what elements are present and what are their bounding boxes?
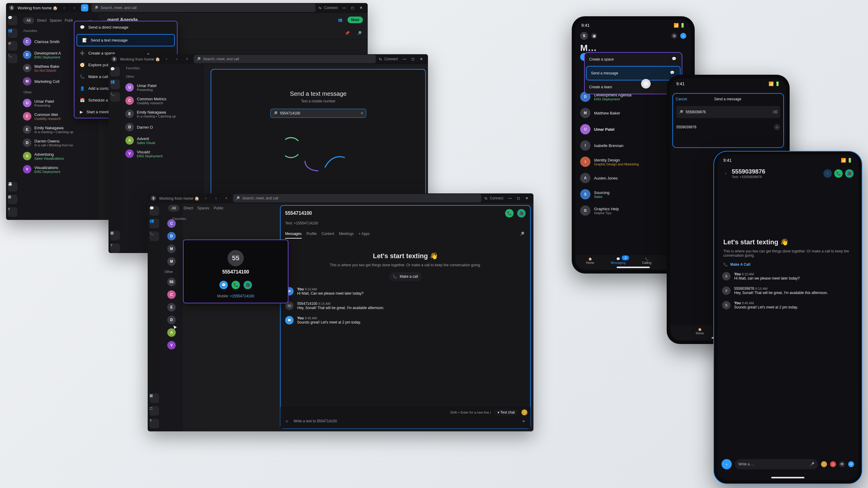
search-in-space-icon[interactable]: 🔎 [355, 30, 363, 37]
user-avatar[interactable]: S [151, 195, 156, 201]
avatar[interactable]: D [167, 316, 176, 324]
window-min-icon[interactable]: — [506, 195, 514, 201]
close-compose-icon[interactable]: ✕ [848, 461, 854, 467]
list-item[interactable]: VVisualizENG Deployment [122, 147, 203, 160]
rail-help-icon[interactable]: ? [8, 207, 18, 217]
compose-plus-icon[interactable]: + [81, 4, 88, 11]
nav-home[interactable]: 🏠Home [696, 328, 704, 335]
alert-icon[interactable]: ⚠ [830, 461, 836, 467]
tab-messages[interactable]: Messages [285, 232, 302, 236]
hover-sms-button[interactable]: 💬 [219, 281, 228, 289]
avatar[interactable]: V [167, 341, 176, 350]
hover-video-button[interactable]: 🎥 [244, 281, 252, 289]
emoji-picker-icon[interactable]: ☺ [283, 418, 290, 425]
rail-mentions-icon[interactable]: ＠ [8, 41, 18, 51]
rail-people-icon[interactable]: 👥 [150, 219, 159, 228]
window-max-icon[interactable]: ◻ [409, 56, 416, 62]
user-avatar[interactable]: S [9, 5, 14, 10]
tab-all[interactable]: All [168, 205, 179, 212]
window-close-icon[interactable]: ✕ [523, 195, 530, 201]
pin-icon[interactable]: 📌 [344, 30, 351, 37]
video-call-button[interactable]: 🎥 [845, 169, 854, 178]
connect-button[interactable]: ⇆ Connect [379, 57, 398, 61]
rail-other-icon[interactable]: ◻ [150, 406, 159, 416]
window-close-icon[interactable]: ✕ [418, 56, 425, 62]
mic-icon[interactable]: 🎤 [810, 462, 814, 466]
info-icon[interactable]: i [824, 169, 832, 178]
nav-forward-icon[interactable]: › [173, 56, 181, 63]
menu-send-direct[interactable]: 💬Send a direct message [74, 22, 177, 33]
avatar[interactable]: E [167, 303, 176, 312]
rail-call-icon[interactable]: 📞 [110, 92, 120, 102]
audio-call-button[interactable]: 📞 [834, 169, 843, 178]
rail-apps-icon[interactable]: ▦ [110, 231, 120, 240]
make-call-link[interactable]: 📞 Make A Call [723, 262, 852, 267]
audio-call-button[interactable]: 📞 [505, 209, 514, 218]
list-item[interactable]: EEmily NakagawaIn a meeting • Catching u… [19, 123, 98, 136]
hover-mobile-value[interactable]: +15554714100 [230, 294, 254, 298]
result-number[interactable]: 5559039876 [676, 125, 696, 129]
make-call-button[interactable]: 📞 Make a call [389, 272, 422, 281]
mm-send-message[interactable]: Send a message💬 [586, 66, 680, 80]
user-avatar[interactable]: S [112, 56, 117, 62]
meet-button[interactable]: Meet [347, 17, 363, 23]
rail-call-icon[interactable]: 📞 [8, 54, 18, 63]
tab-public[interactable]: Publi [65, 19, 73, 23]
clear-icon[interactable]: ✕ [361, 111, 364, 116]
nav-forward-icon[interactable]: › [213, 195, 220, 202]
warning-icon[interactable]: ! [821, 461, 827, 467]
hover-audio-button[interactable]: 📞 [231, 281, 240, 289]
list-item[interactable]: AAdvertisingSales Visualizations [19, 150, 98, 163]
tab-profile[interactable]: Profile [307, 232, 317, 236]
back-icon[interactable]: ‹ [722, 170, 730, 177]
contact-55-avatar[interactable]: 55 [167, 278, 176, 286]
window-min-icon[interactable]: — [341, 5, 348, 10]
nav-back-icon[interactable]: ‹ [163, 56, 170, 63]
search-in-thread-icon[interactable]: 🔎 [518, 230, 526, 237]
avatar[interactable]: M [167, 245, 176, 253]
tab-direct[interactable]: Direct [37, 19, 46, 23]
compose-button[interactable]: ＋ [680, 33, 686, 39]
compose-plus-button[interactable]: ＋ [721, 459, 732, 469]
list-item[interactable]: EEmily NakagawaIn a meeting • Catching u… [122, 107, 203, 121]
clear-icon[interactable]: ⌫ [772, 110, 778, 114]
send-icon[interactable]: ➤ [520, 418, 527, 425]
connect-button[interactable]: ⇆ Connect [484, 196, 503, 200]
compose-placeholder[interactable]: Write a text to 5554714100 [293, 419, 517, 423]
connect-button[interactable]: ⇆ Connect [318, 6, 338, 10]
video-call-button[interactable]: 🎥 [517, 209, 526, 218]
rail-chat-icon[interactable]: 💬 [8, 16, 18, 25]
list-item[interactable]: VVisualizationsENG Deployment [19, 163, 98, 176]
list-item[interactable]: DDarren O [122, 121, 203, 134]
avatar[interactable]: D [167, 232, 176, 240]
window-max-icon[interactable]: ◻ [515, 195, 522, 201]
global-search[interactable]: 🔎 Search, meet, and call [233, 194, 482, 202]
tab-direct[interactable]: Direct [184, 206, 193, 210]
menu-send-text[interactable]: 📝Send a text message [77, 34, 175, 46]
window-min-icon[interactable]: — [401, 56, 408, 62]
rail-people-icon[interactable]: 👥 [8, 28, 18, 38]
rail-chat-icon[interactable]: 💬 [150, 206, 159, 216]
window-max-icon[interactable]: ◻ [349, 5, 356, 10]
list-item[interactable]: CCommon MetricsUsability research [122, 94, 203, 107]
compose-plus-icon[interactable]: + [184, 56, 191, 63]
add-result-icon[interactable]: ＋ [774, 124, 780, 130]
rail-apps-icon[interactable]: ▦ [8, 195, 18, 204]
rail-help-icon[interactable]: ? [150, 419, 159, 428]
mm-create-space[interactable]: Create a space💬 [584, 53, 682, 66]
chat-mode-pill[interactable]: ▾ Text chat [494, 409, 518, 416]
tab-meetings[interactable]: Meetings [339, 232, 354, 236]
phone-input[interactable]: 🔎 5554714100 ✕ [270, 109, 366, 118]
filter-icon[interactable]: ⧉ [671, 33, 677, 39]
tab-public[interactable]: Public [214, 206, 224, 210]
rail-call-icon[interactable]: 📞 [150, 231, 159, 241]
tab-spaces[interactable]: Spaces [197, 206, 210, 210]
tab-indicator-icon[interactable]: ▣ [591, 33, 597, 39]
tab-spaces[interactable]: Spaces [50, 19, 62, 23]
rail-contacts-icon[interactable]: 📇 [8, 182, 18, 192]
nav-back-icon[interactable]: ‹ [61, 4, 68, 11]
compose-plus-icon[interactable]: + [223, 195, 230, 202]
tab-apps[interactable]: + Apps [358, 232, 370, 236]
tab-content[interactable]: Content [321, 232, 334, 236]
search-number-input[interactable]: 🔎 5559039876 ⌫ [676, 106, 780, 118]
